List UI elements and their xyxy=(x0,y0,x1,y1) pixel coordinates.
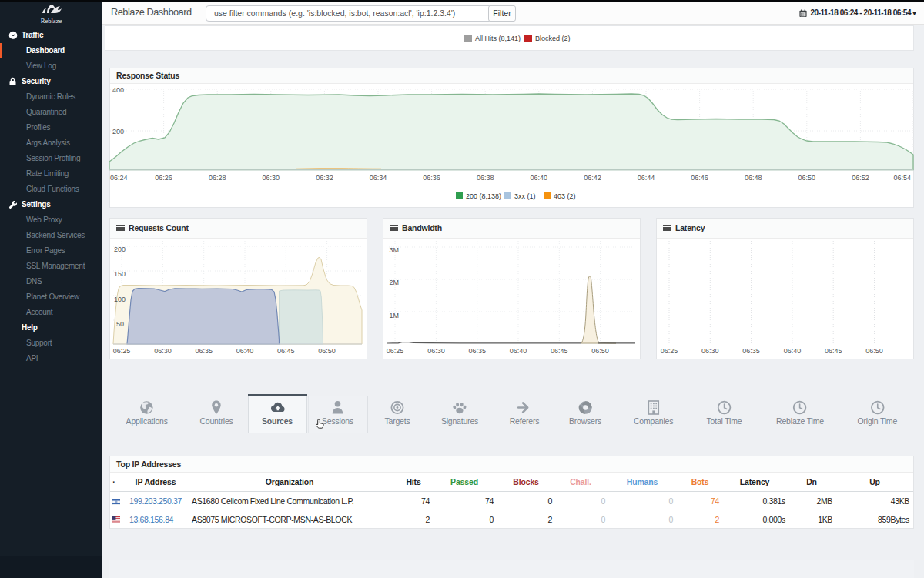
svg-text:06:50: 06:50 xyxy=(798,174,816,182)
svg-text:06:25: 06:25 xyxy=(387,347,404,355)
svg-text:06:48: 06:48 xyxy=(745,174,762,182)
svg-text:200: 200 xyxy=(112,128,124,135)
svg-text:06:32: 06:32 xyxy=(316,174,333,182)
svg-text:06:28: 06:28 xyxy=(209,174,226,182)
svg-text:200: 200 xyxy=(114,246,126,253)
svg-text:3xx (1): 3xx (1) xyxy=(514,192,536,200)
svg-text:06:40: 06:40 xyxy=(510,347,527,355)
svg-text:150: 150 xyxy=(114,270,126,278)
svg-text:06:30: 06:30 xyxy=(263,174,280,182)
svg-text:06:30: 06:30 xyxy=(427,347,445,355)
svg-text:06:40: 06:40 xyxy=(531,174,548,182)
svg-text:403 (2): 403 (2) xyxy=(554,192,576,200)
svg-text:50: 50 xyxy=(116,320,124,328)
svg-text:06:25: 06:25 xyxy=(661,347,678,355)
svg-text:06:35: 06:35 xyxy=(195,347,213,355)
svg-text:06:45: 06:45 xyxy=(551,347,568,355)
svg-text:100: 100 xyxy=(114,296,126,303)
svg-text:06:40: 06:40 xyxy=(236,347,254,355)
svg-text:06:46: 06:46 xyxy=(691,174,708,182)
svg-text:06:45: 06:45 xyxy=(825,347,842,355)
svg-text:200 (8,138): 200 (8,138) xyxy=(466,192,501,200)
svg-text:1M: 1M xyxy=(389,312,399,319)
svg-text:06:24: 06:24 xyxy=(110,174,128,182)
svg-text:06:30: 06:30 xyxy=(154,347,172,355)
svg-text:06:50: 06:50 xyxy=(865,347,883,355)
svg-text:06:44: 06:44 xyxy=(638,174,655,182)
svg-text:06:38: 06:38 xyxy=(477,174,494,182)
svg-text:3M: 3M xyxy=(389,246,399,254)
svg-text:06:30: 06:30 xyxy=(701,347,719,355)
svg-text:2M: 2M xyxy=(389,279,399,286)
svg-text:06:52: 06:52 xyxy=(852,174,869,182)
svg-text:06:40: 06:40 xyxy=(784,347,802,355)
svg-text:06:36: 06:36 xyxy=(423,174,440,182)
svg-text:06:50: 06:50 xyxy=(591,347,609,355)
svg-text:06:26: 06:26 xyxy=(155,174,172,182)
svg-text:400: 400 xyxy=(112,86,124,94)
svg-text:06:35: 06:35 xyxy=(468,347,486,355)
svg-text:06:34: 06:34 xyxy=(370,174,387,182)
svg-text:06:25: 06:25 xyxy=(113,347,131,355)
svg-text:06:42: 06:42 xyxy=(584,174,601,182)
svg-text:06:45: 06:45 xyxy=(277,347,295,355)
svg-text:06:35: 06:35 xyxy=(742,347,760,355)
svg-text:06:50: 06:50 xyxy=(318,347,336,355)
svg-text:06:54: 06:54 xyxy=(893,174,911,182)
